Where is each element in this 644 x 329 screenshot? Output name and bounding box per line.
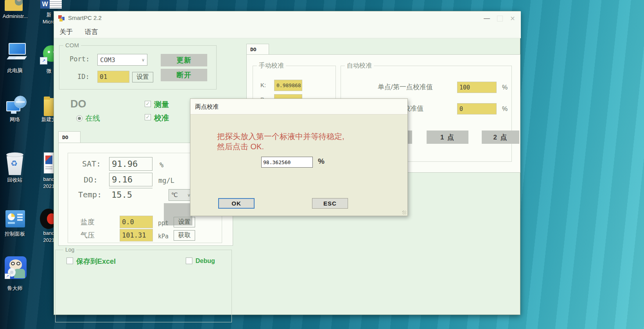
- id-set-button[interactable]: 设置: [132, 72, 153, 82]
- port-select[interactable]: COM3 ∨: [97, 54, 147, 66]
- salinity-label: 盐度: [81, 217, 95, 227]
- com-group-label: COM: [63, 42, 81, 49]
- esc-button[interactable]: ESC: [312, 198, 348, 209]
- menu-language[interactable]: 语言: [85, 27, 98, 36]
- point1-label: 单点/第一点校准值: [378, 82, 433, 91]
- minimize-button[interactable]: —: [480, 14, 493, 23]
- do-value[interactable]: 9.16: [109, 173, 152, 186]
- calibrate-checkbox[interactable]: ✓: [145, 114, 151, 120]
- disconnect-button[interactable]: 断开: [161, 69, 207, 81]
- keyboard-shape2: [14, 56, 27, 59]
- glasses-shape2: [16, 262, 20, 265]
- point2-unit: %: [502, 105, 508, 113]
- master-lu-icon[interactable]: ↗: [5, 256, 27, 280]
- recycle-glyph: ♻: [11, 159, 18, 168]
- body-shape: [14, 269, 25, 278]
- icon-label[interactable]: 回收站: [0, 177, 30, 184]
- point2-input[interactable]: 0: [457, 103, 497, 114]
- word-w: W: [40, 0, 50, 9]
- port-label: Port:: [70, 55, 90, 63]
- sat-unit: %: [160, 161, 163, 169]
- pressure-get-button[interactable]: 获取: [174, 230, 195, 241]
- window-title: SmartPC 2.2: [68, 14, 102, 21]
- icon-label[interactable]: Administr...: [0, 13, 33, 20]
- maximize-button[interactable]: [497, 16, 503, 21]
- temp-label: Temp:: [78, 190, 102, 199]
- bars-shape: [17, 214, 23, 215]
- close-button[interactable]: ✕: [507, 14, 518, 23]
- save-excel-label: 保存到Excel: [76, 257, 116, 266]
- file-lines: [45, 166, 52, 170]
- debug-label: Debug: [196, 257, 215, 265]
- temp-unit-value: ℃: [171, 191, 178, 198]
- monitor-screen: [9, 43, 26, 55]
- two-point-calibration-dialog: 两点校准 把探头放入第一个标液中并等待稳定, 然后点击 OK. 98.36256…: [190, 98, 408, 216]
- icon-label[interactable]: 鲁大师: [0, 285, 30, 292]
- salinity-unit: ppt: [158, 220, 169, 227]
- bandicam-file-icon[interactable]: [44, 152, 55, 173]
- wechat-eye: [48, 51, 50, 53]
- dialog-title-bar[interactable]: 两点校准: [190, 99, 407, 114]
- do-section-title: DO: [70, 98, 86, 110]
- com-group: COM: [59, 45, 217, 89]
- icon-label[interactable]: 网络: [0, 116, 30, 123]
- dialog-value-unit: %: [318, 157, 325, 166]
- menu-bar: 关于 语言: [54, 25, 521, 38]
- pressure-label: 气压: [81, 231, 95, 240]
- sat-value[interactable]: 91.96: [109, 157, 152, 171]
- user-folder-icon[interactable]: [5, 0, 25, 12]
- glasses-shape: [11, 262, 15, 265]
- this-pc-icon[interactable]: [8, 43, 27, 62]
- app-icon: [58, 15, 65, 22]
- temp-value[interactable]: 15.5: [109, 188, 152, 201]
- debug-checkbox[interactable]: [186, 257, 192, 264]
- salinity-input[interactable]: 0.0: [120, 216, 153, 228]
- save-excel-checkbox[interactable]: [66, 257, 73, 264]
- auto-cal-label: 自动校准: [345, 62, 374, 69]
- dialog-message-line2: 然后点击 OK.: [217, 142, 264, 152]
- dialog-value-input[interactable]: 98.362560: [261, 157, 313, 168]
- icon-label[interactable]: 控制面板: [0, 231, 30, 238]
- temp-unit-select[interactable]: ℃ ∨: [169, 189, 193, 201]
- pressure-unit: kPa: [158, 233, 169, 240]
- log-group-label: Log: [63, 246, 76, 253]
- calibrate-label: 校准: [154, 113, 169, 123]
- port-value: COM3: [100, 56, 115, 64]
- pressure-input[interactable]: 101.31: [120, 229, 153, 241]
- shortcut-arrow: ↗: [5, 274, 10, 279]
- radio-dot: [78, 117, 81, 120]
- recycle-bin-icon[interactable]: ♻: [5, 152, 24, 176]
- point1-input[interactable]: 100: [457, 82, 497, 93]
- update-button[interactable]: 更新: [161, 54, 207, 66]
- calibration-tab[interactable]: DO: [246, 44, 269, 55]
- file-art: [45, 156, 52, 164]
- bin-rim: [6, 152, 23, 157]
- doc-page: [50, 0, 62, 9]
- word-doc-icon[interactable]: W: [40, 0, 62, 9]
- k-label: K:: [260, 82, 266, 88]
- ok-button[interactable]: OK: [218, 198, 255, 209]
- icon-label[interactable]: 此电脑: [0, 67, 30, 74]
- resize-grip[interactable]: [402, 211, 406, 215]
- point1-button[interactable]: 1 点: [427, 131, 468, 144]
- online-label: 在线: [85, 113, 100, 123]
- control-panel-icon[interactable]: [5, 210, 25, 227]
- sat-label: SAT:: [82, 159, 101, 168]
- online-radio[interactable]: [76, 115, 83, 122]
- point2-button[interactable]: 2 点: [482, 131, 519, 144]
- monitor-stand: [11, 111, 16, 114]
- bar-bottom: [8, 222, 15, 224]
- manual-cal-label: 手动校准: [257, 62, 286, 69]
- measure-checkbox[interactable]: ✓: [145, 101, 151, 107]
- k-input[interactable]: 0.989868: [274, 80, 302, 91]
- salinity-set-button[interactable]: 设置: [174, 217, 195, 227]
- do-label: DO:: [84, 175, 98, 184]
- dialog-message-line1: 把探头放入第一个标液中并等待稳定,: [217, 132, 344, 141]
- network-icon[interactable]: [6, 96, 27, 116]
- measure-label: 测量: [154, 100, 169, 110]
- folder-tab: [44, 97, 50, 100]
- title-bar[interactable]: SmartPC 2.2 — ✕: [54, 11, 521, 25]
- measure-tab[interactable]: DO: [58, 131, 81, 143]
- id-input[interactable]: 01: [97, 71, 129, 83]
- menu-about[interactable]: 关于: [59, 27, 73, 36]
